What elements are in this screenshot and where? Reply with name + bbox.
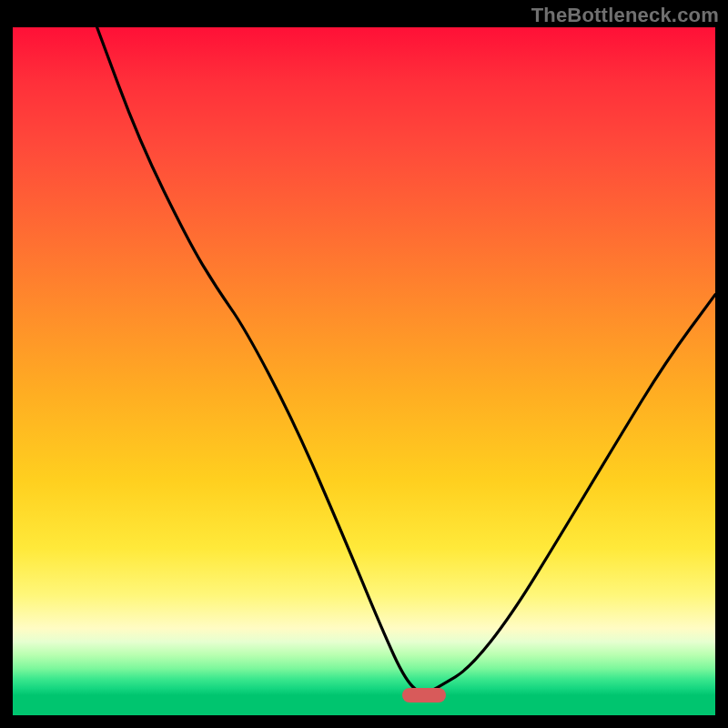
watermark-text: TheBottleneck.com — [531, 4, 719, 27]
stage: TheBottleneck.com — [0, 0, 728, 728]
optimal-marker-pill — [402, 688, 446, 703]
bottleneck-curve-path — [97, 27, 715, 693]
bottleneck-curve — [13, 27, 715, 715]
chart-plot-area — [13, 27, 715, 715]
